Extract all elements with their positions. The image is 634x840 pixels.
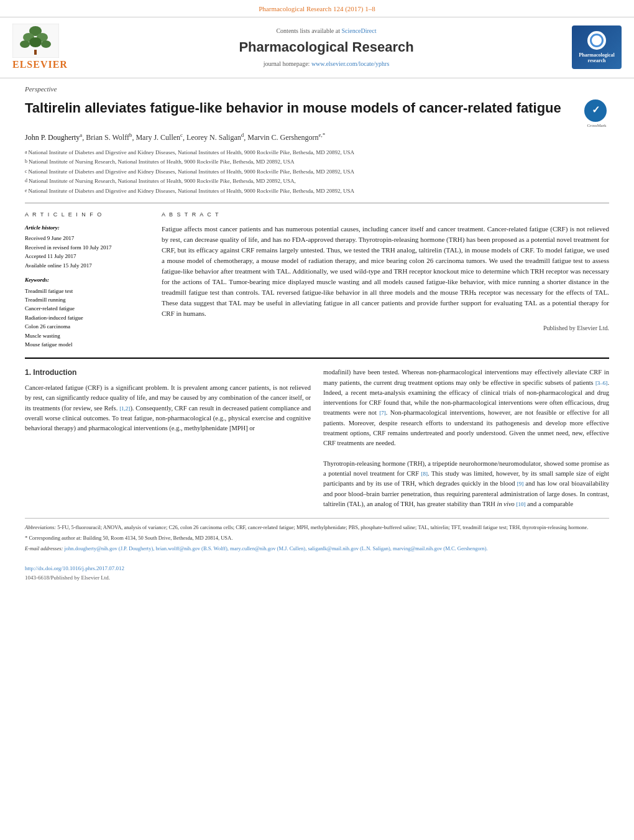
logo-title: Pharmacological research bbox=[574, 52, 619, 64]
body-content: 1. Introduction Cancer-related fatigue (… bbox=[25, 358, 609, 509]
svg-point-5 bbox=[29, 37, 42, 47]
homepage-link[interactable]: www.elsevier.com/locate/yphrs bbox=[311, 60, 389, 67]
footnote-area: Abbreviations: 5-FU, 5-fluorouracil; ANO… bbox=[25, 518, 609, 581]
author-2: , Brian S. Wolff bbox=[82, 133, 129, 142]
author-3: , Mary J. Cullen bbox=[132, 133, 180, 142]
elsevier-brand-text: ELSEVIER bbox=[12, 58, 68, 72]
keyword-item: Treadmill fatigue test bbox=[25, 287, 149, 295]
corresponding-label: * Corresponding author at: bbox=[25, 535, 81, 541]
author-4: , Leorey N. Saligan bbox=[183, 133, 241, 142]
article-history: Article history: Received 9 June 2017 Re… bbox=[25, 224, 149, 270]
affiliations: a National Institute of Diabetes and Dig… bbox=[25, 149, 609, 196]
svg-rect-7 bbox=[34, 50, 37, 55]
author-5-sup: e,* bbox=[319, 132, 326, 138]
affiliation-item: a National Institute of Diabetes and Dig… bbox=[25, 149, 609, 157]
keyword-item: Radiation-induced fatigue bbox=[25, 313, 149, 322]
sciencedirect-link[interactable]: ScienceDirect bbox=[341, 27, 376, 34]
keywords-list: Treadmill fatigue testTreadmill runningC… bbox=[25, 287, 149, 349]
header-center: Contents lists available at ScienceDirec… bbox=[93, 27, 559, 68]
available-date: Available online 15 July 2017 bbox=[25, 261, 149, 270]
top-bar: Pharmacological Research 124 (2017) 1–8 bbox=[0, 0, 634, 17]
article-title-row: Taltirelin alleviates fatigue-like behav… bbox=[25, 99, 609, 124]
abstract-col: A B S T R A C T Fatigue affects most can… bbox=[162, 211, 609, 349]
header-area: ELSEVIER Contents lists available at Sci… bbox=[0, 17, 634, 78]
header-right: Pharmacological research bbox=[559, 25, 622, 69]
keyword-item: Colon 26 carcinoma bbox=[25, 322, 149, 331]
journal-logo-box: Pharmacological research bbox=[572, 25, 622, 69]
keywords-label: Keywords: bbox=[25, 276, 149, 284]
body-right: modafinil) have been tested. Whereas non… bbox=[323, 367, 609, 509]
section1-text-left: Cancer-related fatigue (CRF) is a signif… bbox=[25, 383, 311, 433]
svg-point-6 bbox=[41, 40, 51, 48]
article-title: Taltirelin alleviates fatigue-like behav… bbox=[25, 99, 578, 118]
two-col-section: A R T I C L E I N F O Article history: R… bbox=[25, 203, 609, 349]
affiliation-item: d National Institute of Nursing Research… bbox=[25, 177, 609, 186]
journal-contents: Contents lists available at ScienceDirec… bbox=[93, 27, 559, 35]
footnote-corresponding: * Corresponding author at: Building 50, … bbox=[25, 534, 609, 542]
author-1: John P. Dougherty bbox=[25, 133, 80, 142]
doi-area: http://dx.doi.org/10.1016/j.phrs.2017.07… bbox=[25, 565, 609, 573]
revised-date: Received in revised form 10 July 2017 bbox=[25, 243, 149, 252]
abstract-text: Fatigue affects most cancer patients and… bbox=[162, 224, 609, 319]
crossmark-icon: ✓ bbox=[584, 99, 607, 122]
published-by: Published by Elsevier Ltd. bbox=[162, 324, 609, 333]
doi-link[interactable]: http://dx.doi.org/10.1016/j.phrs.2017.07… bbox=[25, 565, 124, 571]
article-info-col: A R T I C L E I N F O Article history: R… bbox=[25, 211, 149, 349]
keyword-item: Mouse fatigue model bbox=[25, 340, 149, 349]
received-date: Received 9 June 2017 bbox=[25, 234, 149, 242]
keyword-item: Cancer-related fatigue bbox=[25, 304, 149, 313]
article-content: Perspective Taltirelin alleviates fatigu… bbox=[0, 78, 634, 594]
journal-ref: Pharmacological Research 124 (2017) 1–8 bbox=[259, 5, 375, 12]
body-left: 1. Introduction Cancer-related fatigue (… bbox=[25, 367, 311, 509]
section1-heading: 1. Introduction bbox=[25, 367, 311, 378]
affiliation-item: c National Institute of Diabetes and Dig… bbox=[25, 168, 609, 177]
article-info-label: A R T I C L E I N F O bbox=[25, 211, 149, 219]
keyword-item: Muscle wasting bbox=[25, 331, 149, 340]
abbreviations-label: Abbreviations: bbox=[25, 524, 56, 530]
footnote-abbreviations: Abbreviations: 5-FU, 5-fluorouracil; ANO… bbox=[25, 524, 609, 532]
corresponding-text: Building 50, Room 4134, 50 South Drive, … bbox=[83, 535, 232, 541]
journal-homepage: journal homepage: www.elsevier.com/locat… bbox=[93, 60, 559, 68]
email-label: E-mail addresses: bbox=[25, 545, 63, 552]
header-left: ELSEVIER bbox=[12, 24, 93, 72]
keyword-item: Treadmill running bbox=[25, 295, 149, 304]
history-label: Article history: bbox=[25, 224, 149, 232]
keywords-section: Keywords: Treadmill fatigue testTreadmil… bbox=[25, 276, 149, 349]
svg-point-4 bbox=[20, 40, 30, 48]
abstract-label: A B S T R A C T bbox=[162, 211, 609, 219]
abbreviations-text: 5-FU, 5-fluorouracil; ANOVA, analysis of… bbox=[57, 524, 588, 530]
page-wrapper: Pharmacological Research 124 (2017) 1–8 … bbox=[0, 0, 634, 594]
affiliation-item: b National Institute of Nursing Research… bbox=[25, 158, 609, 167]
emails-text: john.dougherty@nih.gov (J.P. Dougherty),… bbox=[64, 545, 487, 552]
author-5: , Marvin C. Gershengorn bbox=[244, 133, 318, 142]
authors-line: John P. Doughertya, Brian S. Wolffb, Mar… bbox=[25, 131, 609, 144]
footnote-emails: E-mail addresses: john.dougherty@nih.gov… bbox=[25, 545, 609, 553]
article-type: Perspective bbox=[25, 85, 609, 94]
accepted-date: Accepted 11 July 2017 bbox=[25, 252, 149, 261]
crossmark: ✓ CrossMark bbox=[584, 99, 609, 124]
issn-area: 1043-6618/Published by Elsevier Ltd. bbox=[25, 574, 609, 582]
journal-title: Pharmacological Research bbox=[93, 38, 559, 57]
elsevier-logo: ELSEVIER bbox=[12, 24, 93, 72]
section1-text-right: modafinil) have been tested. Whereas non… bbox=[323, 367, 609, 509]
affiliation-item: e National Institute of Diabetes and Dig… bbox=[25, 187, 609, 196]
elsevier-tree-icon bbox=[12, 24, 59, 58]
